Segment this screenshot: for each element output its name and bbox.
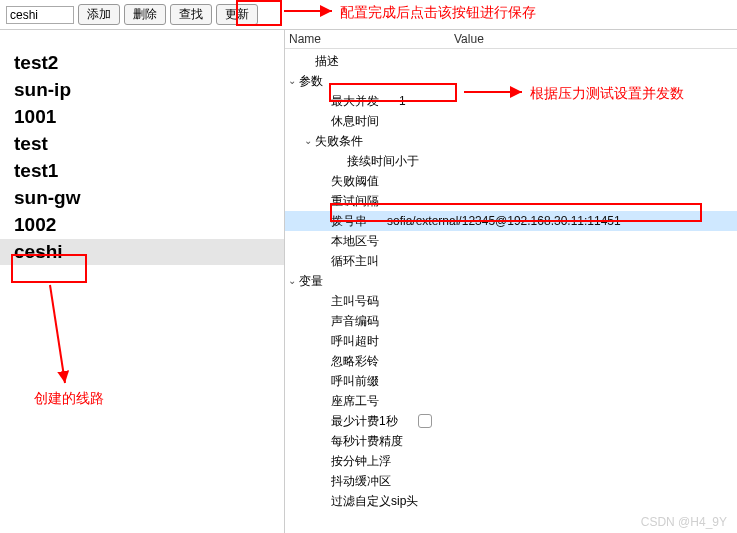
tree-row[interactable]: ⌄变量: [285, 271, 737, 291]
line-item-1002[interactable]: 1002: [0, 212, 284, 239]
line-item-test[interactable]: test: [0, 131, 284, 158]
tree-label: 声音编码: [331, 311, 379, 331]
tree-label: 呼叫超时: [331, 331, 379, 351]
tree-label: 最大并发: [331, 91, 379, 111]
tree-value: sofia/external/12345@192.168.30.11:11451: [367, 211, 621, 231]
line-item-sun-gw[interactable]: sun-gw: [0, 185, 284, 212]
tree-label: 参数: [299, 71, 323, 91]
annot-update-text: 配置完成后点击该按钮进行保存: [340, 4, 536, 22]
line-item-test1[interactable]: test1: [0, 158, 284, 185]
tree-value: 1: [379, 91, 406, 111]
tree-row[interactable]: 按分钟上浮: [285, 451, 737, 471]
tree-row[interactable]: 拨号串sofia/external/12345@192.168.30.11:11…: [285, 211, 737, 231]
line-item-test2[interactable]: test2: [0, 50, 284, 77]
watermark: CSDN @H4_9Y: [641, 515, 727, 529]
line-item-sun-ip[interactable]: sun-ip: [0, 77, 284, 104]
tree-body: 描述⌄参数最大并发1休息时间⌄失败条件接续时间小于失败阈值重试间隔拨号串sofi…: [285, 49, 737, 513]
tree-row[interactable]: 最少计费1秒: [285, 411, 737, 431]
add-button[interactable]: 添加: [78, 4, 120, 25]
tree-row[interactable]: 循环主叫: [285, 251, 737, 271]
find-button[interactable]: 查找: [170, 4, 212, 25]
delete-button[interactable]: 删除: [124, 4, 166, 25]
col-value: Value: [450, 32, 737, 46]
tree-row[interactable]: 失败阈值: [285, 171, 737, 191]
tree-row[interactable]: 每秒计费精度: [285, 431, 737, 451]
tree-label: 拨号串: [331, 211, 367, 231]
col-name: Name: [285, 32, 450, 46]
tree-label: 呼叫前缀: [331, 371, 379, 391]
update-button[interactable]: 更新: [216, 4, 258, 25]
tree-label: 描述: [315, 51, 339, 71]
tree-row[interactable]: 本地区号: [285, 231, 737, 251]
tree-header: Name Value: [285, 30, 737, 49]
tree-label: 按分钟上浮: [331, 451, 391, 471]
chevron-down-icon[interactable]: ⌄: [285, 271, 299, 291]
chevron-down-icon[interactable]: ⌄: [285, 71, 299, 91]
tree-row[interactable]: 主叫号码: [285, 291, 737, 311]
tree-label: 休息时间: [331, 111, 379, 131]
tree-label: 循环主叫: [331, 251, 379, 271]
annot-concurrency-text: 根据压力测试设置并发数: [530, 85, 684, 103]
tree-row[interactable]: 声音编码: [285, 311, 737, 331]
tree-label: 忽略彩铃: [331, 351, 379, 371]
tree-label: 失败阈值: [331, 171, 379, 191]
line-item-ceshi[interactable]: ceshi: [0, 239, 284, 266]
tree-row[interactable]: 座席工号: [285, 391, 737, 411]
tree-row[interactable]: 接续时间小于: [285, 151, 737, 171]
tree-label: 重试间隔: [331, 191, 379, 211]
tree-row[interactable]: 忽略彩铃: [285, 351, 737, 371]
config-pane: Name Value 描述⌄参数最大并发1休息时间⌄失败条件接续时间小于失败阈值…: [285, 30, 737, 533]
tree-row[interactable]: 休息时间: [285, 111, 737, 131]
tree-label: 本地区号: [331, 231, 379, 251]
search-input[interactable]: [6, 6, 74, 24]
tree-label: 变量: [299, 271, 323, 291]
tree-row[interactable]: ⌄失败条件: [285, 131, 737, 151]
lines-list: test2sun-ip1001testtest1sun-gw1002ceshi: [0, 30, 285, 533]
tree-label: 主叫号码: [331, 291, 379, 311]
tree-label: 最少计费1秒: [331, 411, 398, 431]
tree-label: 每秒计费精度: [331, 431, 403, 451]
tree-row[interactable]: 抖动缓冲区: [285, 471, 737, 491]
tree-row[interactable]: 呼叫超时: [285, 331, 737, 351]
tree-row[interactable]: 重试间隔: [285, 191, 737, 211]
line-item-1001[interactable]: 1001: [0, 104, 284, 131]
tree-label: 过滤自定义sip头: [331, 491, 418, 511]
tree-label: 抖动缓冲区: [331, 471, 391, 491]
tree-row[interactable]: 描述: [285, 51, 737, 71]
annot-created-line-text: 创建的线路: [34, 390, 104, 408]
tree-label: 座席工号: [331, 391, 379, 411]
chevron-down-icon[interactable]: ⌄: [301, 131, 315, 151]
tree-row[interactable]: 呼叫前缀: [285, 371, 737, 391]
tree-label: 接续时间小于: [347, 151, 419, 171]
tree-label: 失败条件: [315, 131, 363, 151]
tree-row[interactable]: 过滤自定义sip头: [285, 491, 737, 511]
checkbox[interactable]: [418, 414, 432, 428]
